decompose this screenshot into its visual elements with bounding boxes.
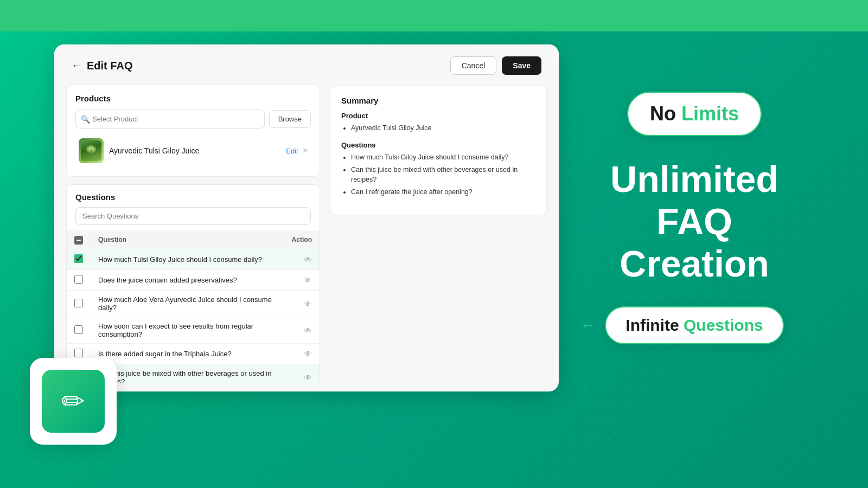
table-row: Does the juice contain added preservativ… xyxy=(67,270,320,291)
product-edit-button[interactable]: Edit xyxy=(286,147,298,155)
save-button[interactable]: Save xyxy=(502,56,541,75)
infinite-label: Infinite xyxy=(626,316,679,334)
edit-icon-inner: ✏ xyxy=(42,370,105,433)
row-action-cell: 👁 xyxy=(284,270,320,291)
row-action-cell: 👁 xyxy=(284,291,320,317)
eye-icon[interactable]: 👁 xyxy=(304,299,312,309)
summary-product-label: Product xyxy=(341,112,535,120)
modal-body: Products 🔍 Browse xyxy=(54,85,559,391)
row-question-text: How much Tulsi Giloy Juice should I cons… xyxy=(91,249,284,270)
product-item: Ayurvedic Tulsi Giloy Juice Edit × xyxy=(75,134,311,168)
summary-question-item: Can this juice be mixed with other bever… xyxy=(351,165,535,185)
row-checkbox-cell xyxy=(67,291,91,317)
summary-question-item: How much Tulsi Giloy Juice should I cons… xyxy=(351,152,535,163)
questions-section-title: Questions xyxy=(67,185,320,207)
row-checkbox[interactable] xyxy=(74,254,83,263)
products-section: Products 🔍 Browse xyxy=(66,85,320,177)
row-action-cell: 👁 xyxy=(284,364,320,383)
row-question-text: Is there added sugar in the Triphala Jui… xyxy=(91,344,284,364)
row-checkbox-cell xyxy=(67,249,91,270)
row-question-text: How much Aloe Vera Ayurvedic Juice shoul… xyxy=(91,291,284,317)
summary-product-list: Ayurvedic Tulsi Giloy Juice xyxy=(341,123,535,133)
modal-title: ← Edit FAQ xyxy=(72,60,132,72)
cancel-button[interactable]: Cancel xyxy=(450,56,497,75)
eye-icon[interactable]: 👁 xyxy=(304,349,312,358)
product-search-row: 🔍 Browse xyxy=(75,110,311,129)
row-action-cell: 👁 xyxy=(284,344,320,364)
promo-main-text: Unlimited FAQ Creation xyxy=(610,158,778,285)
promo-line3: Creation xyxy=(610,242,778,285)
products-title: Products xyxy=(75,94,311,103)
pencil-icon: ✏ xyxy=(61,385,85,418)
product-remove-button[interactable]: × xyxy=(303,146,308,155)
browse-button[interactable]: Browse xyxy=(269,110,311,128)
infinite-questions-bubble: ← Infinite Questions xyxy=(605,306,783,344)
page-title: Edit FAQ xyxy=(87,60,132,72)
table-row: How soon can I expect to see results fro… xyxy=(67,317,320,344)
left-panel: Products 🔍 Browse xyxy=(66,85,320,383)
questions-section: Questions Question Action xyxy=(66,184,320,383)
summary-title: Summary xyxy=(341,96,535,105)
top-bar xyxy=(0,0,868,31)
promo-line1: Unlimited xyxy=(610,158,778,200)
promo-limits-text: Limits xyxy=(681,102,739,125)
back-button[interactable]: ← xyxy=(72,60,81,72)
promo-area: No Limits Unlimited FAQ Creation ← Infin… xyxy=(537,44,852,391)
product-search-wrap: 🔍 xyxy=(75,110,265,129)
promo-no-text: No xyxy=(650,102,676,125)
questions-table-head: Question Action xyxy=(67,230,320,249)
eye-icon[interactable]: 👁 xyxy=(304,326,312,335)
row-checkbox[interactable] xyxy=(74,349,83,357)
row-checkbox[interactable] xyxy=(74,299,83,307)
modal-header: ← Edit FAQ Cancel Save xyxy=(54,44,559,85)
select-all-checkbox[interactable] xyxy=(74,236,83,245)
questions-label: Questions xyxy=(684,316,763,334)
right-panel: Summary Product Ayurvedic Tulsi Giloy Ju… xyxy=(320,85,547,383)
row-checkbox[interactable] xyxy=(74,325,83,334)
product-thumbnail xyxy=(79,138,104,163)
edit-icon-card: ✏ xyxy=(30,358,117,445)
row-question-text: Can this juice be mixed with other bever… xyxy=(91,364,284,383)
th-checkbox xyxy=(67,230,91,249)
eye-icon[interactable]: 👁 xyxy=(304,275,312,285)
eye-icon[interactable]: 👁 xyxy=(304,255,312,264)
row-action-cell: 👁 xyxy=(284,317,320,344)
no-limits-bubble: No Limits xyxy=(627,92,762,136)
summary-question-item: Can I refrigerate the juice after openin… xyxy=(351,187,535,197)
product-name: Ayurvedic Tulsi Giloy Juice xyxy=(109,146,280,155)
table-row: How much Tulsi Giloy Juice should I cons… xyxy=(67,249,320,270)
product-thumb-inner xyxy=(81,140,101,161)
summary-questions-label: Questions xyxy=(341,141,535,149)
row-question-text: Does the juice contain added preservativ… xyxy=(91,270,284,291)
eye-icon[interactable]: 👁 xyxy=(304,373,312,382)
product-search-input[interactable] xyxy=(75,110,265,129)
row-checkbox[interactable] xyxy=(74,275,83,284)
th-question: Question xyxy=(91,230,284,249)
product-actions: Edit × xyxy=(286,146,308,155)
row-checkbox-cell xyxy=(67,317,91,344)
modal-card: ← Edit FAQ Cancel Save Products 🔍 Browse xyxy=(54,44,559,391)
header-buttons: Cancel Save xyxy=(450,56,541,75)
table-row: How much Aloe Vera Ayurvedic Juice shoul… xyxy=(67,291,320,317)
svg-rect-2 xyxy=(91,149,92,155)
arrow-left-icon: ← xyxy=(580,317,595,334)
summary-box: Summary Product Ayurvedic Tulsi Giloy Ju… xyxy=(330,86,547,215)
row-action-cell: 👁 xyxy=(284,249,320,270)
search-icon: 🔍 xyxy=(81,115,90,124)
summary-product-item: Ayurvedic Tulsi Giloy Juice xyxy=(351,123,535,133)
th-action: Action xyxy=(284,230,320,249)
promo-line2: FAQ xyxy=(610,200,778,242)
row-question-text: How soon can I expect to see results fro… xyxy=(91,317,284,344)
indeterminate-dash xyxy=(76,240,81,241)
summary-questions-list: How much Tulsi Giloy Juice should I cons… xyxy=(341,152,535,197)
row-checkbox-cell xyxy=(67,270,91,291)
questions-search-input[interactable] xyxy=(75,207,311,225)
